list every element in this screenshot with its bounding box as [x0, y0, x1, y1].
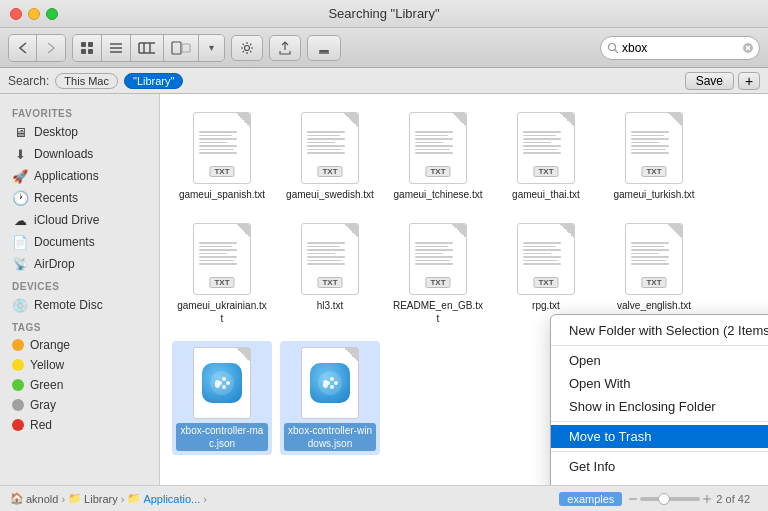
file-icon: TXT: [187, 221, 257, 297]
favorites-label: Favorites: [0, 102, 159, 121]
file-name: rpg.txt: [532, 299, 560, 312]
ctx-move-to-trash[interactable]: Move to Trash: [551, 425, 768, 448]
file-item-xbox-windows[interactable]: xbox-controller-windows.json: [280, 341, 380, 455]
bc-applications-label: Applicatio...: [143, 493, 200, 505]
ctx-new-folder-selection[interactable]: New Folder with Selection (2 Items): [551, 319, 768, 342]
file-item[interactable]: TXT gameui_ukrainian.txt: [172, 217, 272, 329]
search-input[interactable]: [622, 41, 742, 55]
file-item[interactable]: TXT valve_english.txt: [604, 217, 704, 329]
sidebar-item-documents[interactable]: 📄 Documents: [0, 231, 159, 253]
view-list-button[interactable]: [102, 35, 131, 61]
documents-icon: 📄: [12, 234, 28, 250]
titlebar: Searching "Library": [0, 0, 768, 28]
ctx-open[interactable]: Open: [551, 349, 768, 372]
files-row-1: TXT gameui_spanish.txt: [172, 106, 756, 205]
bc-library[interactable]: 📁 Library: [68, 492, 118, 505]
zoom-slider[interactable]: [640, 497, 700, 501]
sidebar-item-desktop[interactable]: 🖥 Desktop: [0, 121, 159, 143]
svg-rect-3: [88, 49, 93, 54]
tags-label: Tags: [0, 316, 159, 335]
sidebar-item-orange[interactable]: Orange: [0, 335, 159, 355]
ctx-get-info[interactable]: Get Info: [551, 455, 768, 478]
file-name: gameui_ukrainian.txt: [176, 299, 268, 325]
scope-thismac-button[interactable]: This Mac: [55, 73, 118, 89]
file-item[interactable]: TXT gameui_turkish.txt: [604, 106, 704, 205]
breadcrumb: 🏠 aknold › 📁 Library › 📁 Applicatio... ›: [10, 492, 555, 505]
ctx-open-with[interactable]: Open With ▶: [551, 372, 768, 395]
file-icon: TXT: [619, 221, 689, 297]
minimize-button[interactable]: [28, 8, 40, 20]
file-item[interactable]: TXT gameui_tchinese.txt: [388, 106, 488, 205]
svg-rect-34: [707, 495, 708, 503]
file-item[interactable]: TXT README_en_GB.txt: [388, 217, 488, 329]
close-button[interactable]: [10, 8, 22, 20]
svg-point-17: [609, 43, 616, 50]
forward-button[interactable]: [37, 35, 65, 61]
sidebar-item-recents[interactable]: 🕐 Recents: [0, 187, 159, 209]
file-item[interactable]: TXT gameui_swedish.txt: [280, 106, 380, 205]
sidebar-item-applications[interactable]: 🚀 Applications: [0, 165, 159, 187]
file-icon: TXT: [403, 221, 473, 297]
main-container: Favorites 🖥 Desktop ⬇ Downloads 🚀 Applic…: [0, 94, 768, 485]
back-button[interactable]: [9, 35, 37, 61]
sidebar-item-green[interactable]: Green: [0, 375, 159, 395]
file-item[interactable]: TXT rpg.txt: [496, 217, 596, 329]
file-item[interactable]: TXT hl3.txt: [280, 217, 380, 329]
svg-rect-32: [629, 498, 637, 499]
save-button[interactable]: Save: [685, 72, 734, 90]
gray-tag-dot: [12, 399, 24, 411]
add-search-criteria-button[interactable]: +: [738, 72, 760, 90]
arrange-dropdown[interactable]: ▾: [199, 35, 224, 61]
search-icon: [607, 42, 619, 54]
file-icon: TXT: [187, 110, 257, 186]
view-buttons: ▾: [72, 34, 225, 62]
svg-rect-13: [182, 44, 190, 52]
scope-library-button[interactable]: "Library": [124, 73, 183, 89]
view-columns-button[interactable]: [131, 35, 164, 61]
ctx-separator: [551, 345, 768, 346]
svg-rect-0: [81, 42, 86, 47]
sidebar-label-gray: Gray: [30, 398, 56, 412]
json-app-icon: [310, 363, 350, 403]
sidebar-item-airdrop[interactable]: 📡 AirDrop: [0, 253, 159, 275]
file-name: xbox-controller-mac.json: [176, 423, 268, 451]
clear-search-button[interactable]: [742, 42, 754, 54]
search-label: Search:: [8, 74, 49, 88]
sidebar-item-downloads[interactable]: ⬇ Downloads: [0, 143, 159, 165]
sidebar-item-yellow[interactable]: Yellow: [0, 355, 159, 375]
svg-point-28: [330, 377, 334, 381]
file-name: gameui_swedish.txt: [286, 188, 374, 201]
nav-buttons: [8, 34, 66, 62]
sidebar-item-remotedisc[interactable]: 💿 Remote Disc: [0, 294, 159, 316]
zoom-slider-container: [628, 494, 712, 504]
icloud-icon: ☁: [12, 212, 28, 228]
ctx-show-enclosing[interactable]: Show in Enclosing Folder: [551, 395, 768, 418]
file-item-xbox-mac[interactable]: xbox-controller-mac.json: [172, 341, 272, 455]
zoom-button[interactable]: [46, 8, 58, 20]
bc-home-label: aknold: [26, 493, 58, 505]
file-name: README_en_GB.txt: [392, 299, 484, 325]
file-name: xbox-controller-windows.json: [284, 423, 376, 451]
share-button[interactable]: [269, 35, 301, 61]
gear-button[interactable]: [231, 35, 263, 61]
bc-sep: ›: [121, 493, 125, 505]
file-item[interactable]: TXT gameui_thai.txt: [496, 106, 596, 205]
file-icon: TXT: [295, 221, 365, 297]
sidebar-item-gray[interactable]: Gray: [0, 395, 159, 415]
file-icon: TXT: [511, 110, 581, 186]
applications-folder-icon: 📁: [127, 492, 141, 505]
sidebar-item-red[interactable]: Red: [0, 415, 159, 435]
json-app-icon: [202, 363, 242, 403]
zoom-out-icon: [628, 494, 638, 504]
sidebar-item-icloud[interactable]: ☁ iCloud Drive: [0, 209, 159, 231]
view-cover-button[interactable]: [164, 35, 199, 61]
file-icon: TXT: [295, 110, 365, 186]
file-grid[interactable]: TXT gameui_spanish.txt: [160, 94, 768, 485]
view-icon-button[interactable]: [73, 35, 102, 61]
ctx-rename[interactable]: Rename 2 Items...: [551, 478, 768, 485]
svg-rect-1: [88, 42, 93, 47]
eject-button[interactable]: [307, 35, 341, 61]
file-item[interactable]: TXT gameui_spanish.txt: [172, 106, 272, 205]
bc-home[interactable]: 🏠 aknold: [10, 492, 58, 505]
bc-applications[interactable]: 📁 Applicatio...: [127, 492, 200, 505]
